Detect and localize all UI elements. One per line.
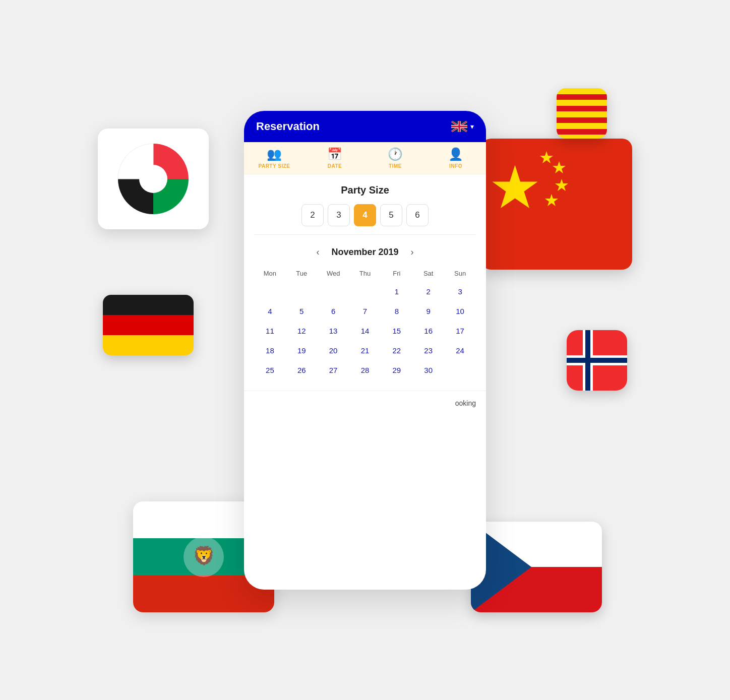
svg-text:🦁: 🦁 [193, 545, 215, 566]
time-icon: 🕐 [388, 147, 403, 161]
cal-cell-empty [318, 282, 349, 301]
party-size-2[interactable]: 2 [301, 204, 324, 226]
language-selector[interactable]: ▾ [451, 121, 474, 132]
cal-day-8[interactable]: 8 [381, 302, 412, 321]
cal-day-18[interactable]: 18 [254, 341, 286, 360]
calendar-week-5: 25 26 27 28 29 30 [254, 361, 476, 379]
cal-day-5[interactable]: 5 [286, 302, 318, 321]
party-size-icon: 👥 [267, 147, 282, 161]
cal-cell-empty [444, 361, 476, 379]
svg-rect-20 [557, 94, 607, 100]
svg-rect-21 [557, 106, 607, 111]
tab-time-label: TIME [389, 163, 402, 169]
tab-party-size-label: PARTY SIZE [259, 163, 290, 169]
catalan-flag-svg [557, 88, 607, 139]
cal-cell-empty [349, 282, 381, 301]
prev-month-button[interactable]: ‹ [312, 245, 323, 260]
day-thu: Thu [349, 268, 381, 279]
booking-text: ooking [455, 399, 476, 407]
calendar-header: Mon Tue Wed Thu Fri Sat Sun [254, 268, 476, 279]
germany-flag-svg [103, 295, 194, 355]
cal-day-28[interactable]: 28 [349, 361, 381, 379]
cal-day-13[interactable]: 13 [318, 322, 349, 340]
czech-flag-card [471, 522, 602, 612]
cal-day-24[interactable]: 24 [444, 341, 476, 360]
svg-rect-28 [567, 358, 627, 363]
tab-time[interactable]: 🕐 TIME [365, 147, 425, 169]
cal-cell-empty [286, 282, 318, 301]
app-header: Reservation ▾ [244, 111, 486, 142]
czech-flag-svg [471, 522, 602, 612]
cal-day-21[interactable]: 21 [349, 341, 381, 360]
tabs-bar: 👥 PARTY SIZE 📅 DATE 🕐 TIME 👤 INFO [244, 142, 486, 174]
content-area: Party Size 2 3 4 5 6 ‹ November 2019 › M… [244, 174, 486, 391]
cal-day-19[interactable]: 19 [286, 341, 318, 360]
cal-day-4[interactable]: 4 [254, 302, 286, 321]
phone-mockup: Reservation ▾ 👥 PARTY SI [244, 111, 486, 590]
svg-rect-3 [103, 315, 194, 335]
cal-day-11[interactable]: 11 [254, 322, 286, 340]
cal-cell-empty [254, 282, 286, 301]
tab-info[interactable]: 👤 INFO [425, 147, 486, 169]
cal-day-23[interactable]: 23 [412, 341, 444, 360]
day-fri: Fri [381, 268, 412, 279]
day-tue: Tue [286, 268, 318, 279]
next-month-button[interactable]: › [407, 245, 418, 260]
app-title: Reservation [256, 120, 320, 133]
svg-rect-23 [557, 129, 607, 135]
calendar-week-4: 18 19 20 21 22 23 24 [254, 341, 476, 360]
cal-day-7[interactable]: 7 [349, 302, 381, 321]
norway-flag-svg [567, 330, 627, 391]
catalan-flag-card [557, 88, 607, 139]
cal-day-25[interactable]: 25 [254, 361, 286, 379]
party-size-5[interactable]: 5 [380, 204, 402, 226]
cal-day-14[interactable]: 14 [349, 322, 381, 340]
date-icon: 📅 [327, 147, 342, 161]
cal-day-9[interactable]: 9 [412, 302, 444, 321]
tab-party-size[interactable]: 👥 PARTY SIZE [244, 147, 305, 169]
party-size-6[interactable]: 6 [406, 204, 429, 226]
cal-day-15[interactable]: 15 [381, 322, 412, 340]
party-size-title: Party Size [254, 184, 476, 196]
cal-day-12[interactable]: 12 [286, 322, 318, 340]
calendar-nav: ‹ November 2019 › [254, 245, 476, 260]
cal-day-1[interactable]: 1 [381, 282, 412, 301]
tab-date-label: DATE [328, 163, 342, 169]
china-flag-card [481, 139, 632, 270]
calendar-month-label: November 2019 [331, 247, 398, 258]
tab-info-label: INFO [449, 163, 462, 169]
party-size-selector: 2 3 4 5 6 [254, 204, 476, 235]
cal-day-16[interactable]: 16 [412, 322, 444, 340]
calendar-week-3: 11 12 13 14 15 16 17 [254, 322, 476, 340]
scene: Reservation ▾ 👥 PARTY SI [88, 48, 642, 653]
cal-day-2[interactable]: 2 [412, 282, 444, 301]
cal-day-30[interactable]: 30 [412, 361, 444, 379]
cal-day-22[interactable]: 22 [381, 341, 412, 360]
germany-flag-card [103, 295, 194, 355]
uae-pie-card [98, 129, 209, 229]
cal-day-3[interactable]: 3 [444, 282, 476, 301]
info-icon: 👤 [448, 147, 463, 161]
day-wed: Wed [318, 268, 349, 279]
party-size-4[interactable]: 4 [354, 204, 376, 226]
cal-day-29[interactable]: 29 [381, 361, 412, 379]
svg-rect-2 [103, 295, 194, 315]
uk-flag-icon [451, 121, 467, 132]
calendar-grid: Mon Tue Wed Thu Fri Sat Sun 1 2 3 [254, 268, 476, 379]
cal-day-10[interactable]: 10 [444, 302, 476, 321]
cal-day-17[interactable]: 17 [444, 322, 476, 340]
uae-pie-chart [113, 139, 194, 219]
calendar-week-2: 4 5 6 7 8 9 10 [254, 302, 476, 321]
booking-bar: ooking [244, 391, 486, 415]
norway-flag-card [567, 330, 627, 391]
cal-day-26[interactable]: 26 [286, 361, 318, 379]
svg-rect-4 [103, 335, 194, 355]
party-size-3[interactable]: 3 [328, 204, 350, 226]
tab-date[interactable]: 📅 DATE [305, 147, 365, 169]
calendar-week-1: 1 2 3 [254, 282, 476, 301]
cal-day-27[interactable]: 27 [318, 361, 349, 379]
day-mon: Mon [254, 268, 286, 279]
cal-day-6[interactable]: 6 [318, 302, 349, 321]
cal-day-20[interactable]: 20 [318, 341, 349, 360]
svg-rect-22 [557, 117, 607, 123]
